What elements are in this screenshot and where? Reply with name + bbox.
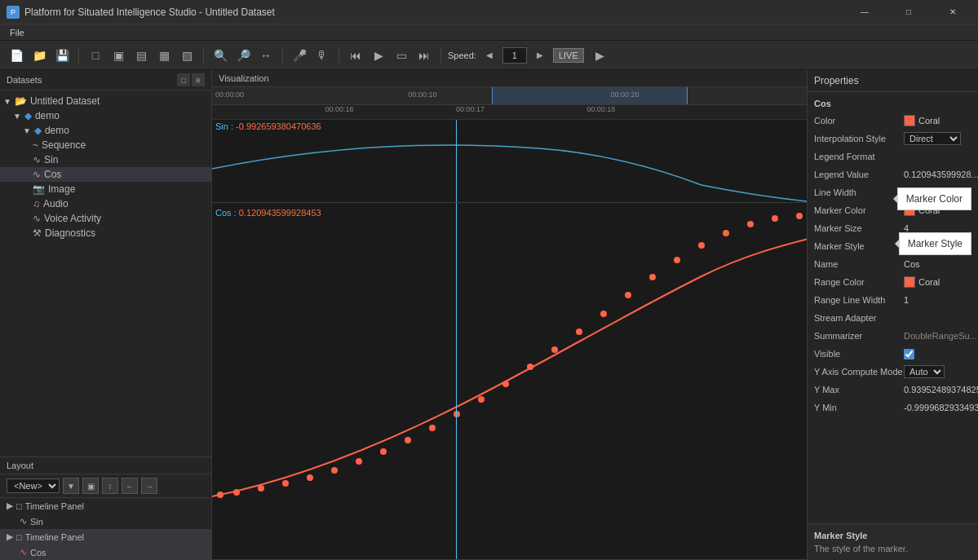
sub-time-18: 00:00:18 — [586, 105, 615, 113]
timeline-panel-2-cos[interactable]: ∿ Cos — [0, 545, 211, 560]
minimize-button[interactable]: — — [846, 0, 883, 24]
sin-panel[interactable]: 00:00:16 00:00:17 00:00:18 Sin : -0.9926… — [212, 105, 807, 203]
stop-icon[interactable]: ▭ — [392, 46, 411, 65]
layout-btn-4[interactable]: ← — [122, 478, 138, 494]
range-color-value[interactable]: Coral — [904, 276, 971, 288]
mic-icon[interactable]: 🎤 — [290, 46, 309, 65]
cos-section-title: Cos — [808, 95, 978, 112]
window-controls[interactable]: — □ ✕ — [846, 0, 971, 24]
cos-panel[interactable]: Cos : 0.120943599928453 — [212, 203, 807, 560]
visible-value[interactable] — [904, 349, 971, 359]
left-panel: Datasets □ ≡ ▼ 📂 Untitled Dataset ▼ ◆ de… — [0, 70, 212, 560]
timeline-sin-label: Sin — [30, 517, 43, 527]
open-icon[interactable]: 📁 — [29, 46, 49, 65]
cos-curve-svg — [212, 203, 807, 559]
layout-btn-5[interactable]: → — [141, 478, 157, 494]
tree-item-cos[interactable]: ∿ Cos — [0, 167, 211, 182]
svg-point-19 — [674, 257, 680, 263]
range-color-swatch[interactable] — [904, 276, 915, 288]
prop-y-axis-compute: Y Axis Compute Mode Auto — [808, 363, 978, 381]
grid-icon[interactable]: ▤ — [131, 46, 151, 65]
layout-select[interactable]: <New> — [7, 478, 60, 493]
layout-btn-3[interactable]: ↕ — [102, 478, 118, 494]
summarizer-text: DoubleRangeSu... — [904, 331, 977, 341]
tree-item-demo-root[interactable]: ▼ ◆ demo — [0, 108, 211, 123]
y-axis-compute-dropdown[interactable]: Auto — [904, 365, 945, 378]
tree-item-untitled-dataset[interactable]: ▼ 📂 Untitled Dataset — [0, 94, 211, 108]
new-icon[interactable]: 📄 — [7, 46, 26, 65]
tree-item-image[interactable]: 📷 Image — [0, 182, 211, 196]
timeline-cos-label: Cos — [30, 548, 46, 558]
y-max-value: 0.93952489374825 — [904, 385, 978, 395]
prop-name: Name Cos — [808, 255, 978, 273]
color-swatch[interactable] — [904, 115, 915, 126]
tree-item-sin[interactable]: ∿ Sin — [0, 152, 211, 167]
play-icon[interactable]: ▶ — [369, 46, 388, 65]
audio-label: Audio — [43, 198, 69, 209]
interpolation-value[interactable]: Direct — [904, 132, 971, 145]
tree-item-demo-child[interactable]: ▼ ◆ demo — [0, 123, 211, 138]
speed-input[interactable] — [502, 47, 527, 64]
timeline-panel-1-sin[interactable]: ∿ Sin — [0, 514, 211, 529]
save-icon[interactable]: 💾 — [52, 46, 72, 65]
tree-item-sequence[interactable]: ~ Sequence — [0, 138, 211, 152]
legend-value-value: 0.120943599928... — [904, 170, 978, 179]
zoom-out-icon[interactable]: 🔎 — [233, 46, 253, 65]
live-button[interactable]: LIVE — [553, 48, 584, 63]
timeline-panel-1[interactable]: ▶ □ Timeline Panel — [0, 498, 211, 514]
tree-item-voice-activity[interactable]: ∿ Voice Activity — [0, 211, 211, 226]
timeline-ruler[interactable]: 00:00:00 00:00:10 00:00:20 — [212, 87, 807, 105]
separator-5 — [440, 47, 441, 64]
layout-icon[interactable]: □ — [86, 46, 105, 65]
prop-range-line-width: Range Line Width 1 — [808, 291, 978, 309]
svg-point-4 — [307, 474, 313, 481]
speed-label: Speed: — [448, 51, 476, 60]
tree-item-audio[interactable]: ♫ Audio — [0, 196, 211, 211]
interpolation-dropdown[interactable]: Direct — [904, 132, 961, 145]
prop-legend-format: Legend Format — [808, 148, 978, 165]
color-value[interactable]: Coral — [904, 115, 971, 126]
color-text: Coral — [918, 116, 940, 126]
layout-btn-1[interactable]: ▼ — [63, 478, 79, 494]
zoom-fit-icon[interactable]: ↔ — [256, 46, 276, 65]
legend-format-label: Legend Format — [814, 152, 904, 161]
marker-color-callout: Marker Color — [897, 187, 971, 210]
timeline-panel-2[interactable]: ▶ □ Timeline Panel — [0, 529, 211, 545]
visualization-title: Visualization — [219, 73, 269, 83]
datasets-title: Datasets — [7, 75, 42, 85]
menu-file[interactable]: File — [3, 24, 31, 41]
svg-point-16 — [600, 311, 607, 317]
cos-value-label: Cos : 0.120943599928453 — [215, 208, 321, 218]
speed-control: Speed: ◀ ▶ — [448, 46, 550, 65]
center-panel: Visualization 00:00:00 00:00:10 00:00:20… — [212, 70, 807, 560]
dataset-tree: ▼ 📂 Untitled Dataset ▼ ◆ demo ▼ ◆ demo ~… — [0, 90, 211, 456]
speed-down-icon[interactable]: ◀ — [480, 46, 499, 65]
datasets-options-btn[interactable]: ≡ — [192, 73, 205, 86]
maximize-button[interactable]: □ — [890, 0, 927, 24]
y-axis-compute-value[interactable]: Auto — [904, 365, 971, 378]
layout-btn-2[interactable]: ▣ — [82, 478, 99, 494]
mic2-icon[interactable]: 🎙 — [312, 46, 332, 65]
toolbar: 📄 📁 💾 □ ▣ ▤ ▦ ▨ 🔍 🔎 ↔ 🎤 🎙 ⏮ ▶ ▭ ⏭ Speed:… — [0, 41, 978, 70]
panel-icon[interactable]: ▣ — [108, 46, 128, 65]
speed-up-icon[interactable]: ▶ — [530, 46, 550, 65]
svg-point-13 — [527, 364, 533, 370]
svg-point-7 — [380, 448, 387, 455]
close-button[interactable]: ✕ — [934, 0, 971, 24]
skip-end-icon[interactable]: ⏭ — [414, 46, 434, 65]
grid3-icon[interactable]: ▨ — [177, 46, 197, 65]
diagnostics-label: Diagnostics — [45, 227, 95, 239]
properties-footer: Marker Style The style of the marker. — [808, 523, 978, 560]
tree-item-diagnostics[interactable]: ⚒ Diagnostics — [0, 226, 211, 240]
skip-start-icon[interactable]: ⏮ — [346, 46, 365, 65]
cursor-icon[interactable]: ▶ — [591, 46, 610, 65]
marker-style-callout: Marker Style — [899, 232, 971, 255]
time-0: 00:00:00 — [215, 90, 244, 99]
svg-point-17 — [625, 292, 631, 298]
grid2-icon[interactable]: ▦ — [154, 46, 174, 65]
datasets-expand-btn[interactable]: □ — [177, 73, 190, 86]
image-label: Image — [48, 183, 75, 195]
zoom-in-icon[interactable]: 🔍 — [210, 46, 230, 65]
time-20: 00:00:20 — [610, 90, 639, 99]
visible-checkbox[interactable] — [904, 349, 914, 359]
